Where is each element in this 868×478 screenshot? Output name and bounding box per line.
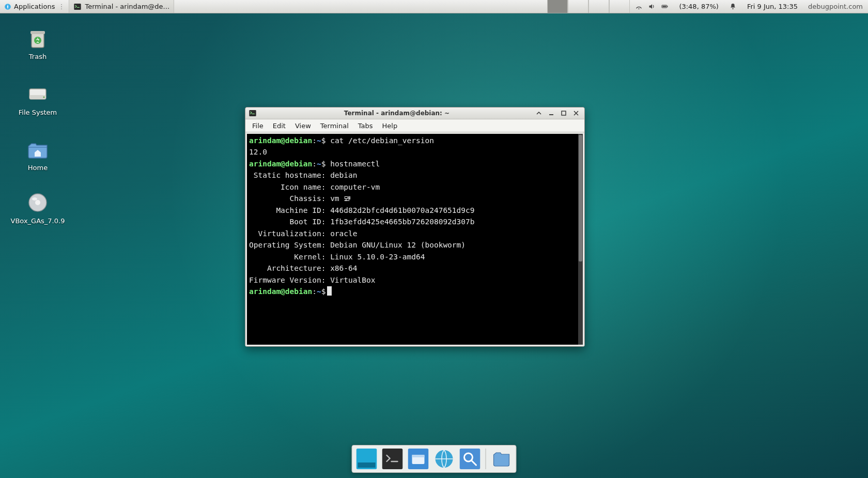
desktop-wallpaper[interactable]: Applications ⋮ Terminal - arindam@de... …: [0, 0, 868, 478]
dock-files[interactable]: [490, 448, 513, 470]
svg-rect-21: [382, 449, 403, 469]
terminal-menubar: File Edit View Terminal Tabs Help: [245, 119, 584, 132]
terminal-window[interactable]: Terminal - arindam@debian: ~ File Edit V…: [245, 107, 585, 347]
svg-point-12: [43, 97, 45, 98]
applications-menu-label: Applications: [14, 3, 55, 10]
window-minimize-button[interactable]: [546, 109, 556, 118]
desktop-icon-label: File System: [9, 109, 66, 117]
svg-point-2: [639, 8, 640, 9]
svg-rect-24: [412, 455, 425, 457]
svg-point-6: [732, 8, 733, 9]
taskbar-item-terminal[interactable]: Terminal - arindam@de...: [69, 0, 174, 13]
desktop-icon-home[interactable]: Home: [9, 137, 66, 172]
menu-file[interactable]: File: [247, 120, 268, 131]
network-icon[interactable]: [635, 3, 643, 10]
panel-clock[interactable]: Fri 9 Jun, 13:35: [742, 3, 803, 10]
desktop-icon-label: Trash: [9, 53, 66, 61]
workspace-2[interactable]: [568, 0, 588, 13]
svg-point-15: [32, 197, 37, 201]
workspace-4[interactable]: [609, 0, 630, 13]
dock-panel: [352, 445, 517, 473]
window-maximize-button[interactable]: [559, 109, 569, 118]
workspace-3[interactable]: [588, 0, 609, 13]
watermark-text: debugpoint.com: [803, 3, 868, 10]
desktop-icon-label: VBox_GAs_7.0.9: [9, 217, 66, 225]
window-title: Terminal - arindam@debian: ~: [260, 110, 534, 117]
svg-rect-26: [460, 449, 481, 469]
workspace-1[interactable]: [547, 0, 568, 13]
desktop-icon-label: Home: [9, 164, 66, 172]
dock-terminal[interactable]: [381, 448, 404, 470]
applications-menu-button[interactable]: Applications ⋮: [0, 0, 69, 13]
dock-show-desktop[interactable]: [355, 448, 378, 470]
terminal-cursor: [327, 286, 332, 296]
menu-view[interactable]: View: [290, 120, 316, 131]
battery-icon[interactable]: [661, 3, 669, 10]
desktop-icon-trash[interactable]: Trash: [9, 26, 66, 61]
svg-rect-16: [249, 110, 256, 116]
window-close-button[interactable]: [571, 109, 581, 118]
svg-rect-5: [663, 6, 667, 7]
dock-file-manager[interactable]: [407, 448, 430, 470]
svg-rect-8: [30, 31, 45, 34]
menu-help[interactable]: Help: [378, 120, 402, 131]
terminal-scrollbar[interactable]: [578, 134, 583, 345]
dock-web-browser[interactable]: [433, 448, 456, 470]
dock-app-finder[interactable]: [459, 448, 482, 470]
dock-separator: [486, 449, 486, 469]
svg-point-14: [35, 200, 40, 205]
svg-rect-20: [358, 462, 376, 468]
terminal-output[interactable]: arindam@debian:~$ cat /etc/debian_versio…: [247, 134, 583, 345]
taskbar-item-label: Terminal - arindam@de...: [85, 3, 169, 10]
window-shade-button[interactable]: [534, 109, 544, 118]
svg-rect-1: [74, 4, 81, 10]
menu-tabs[interactable]: Tabs: [353, 120, 378, 131]
menu-edit[interactable]: Edit: [268, 120, 290, 131]
volume-icon[interactable]: [648, 3, 656, 10]
top-panel: Applications ⋮ Terminal - arindam@de... …: [0, 0, 868, 13]
desktop-icon-filesystem[interactable]: File System: [9, 82, 66, 117]
desktop-icon-vbox-gas[interactable]: VBox_GAs_7.0.9: [9, 190, 66, 225]
window-titlebar[interactable]: Terminal - arindam@debian: ~: [245, 107, 584, 119]
svg-rect-4: [668, 6, 668, 7]
terminal-icon: [249, 109, 257, 117]
svg-rect-17: [549, 114, 553, 115]
menu-terminal[interactable]: Terminal: [316, 120, 353, 131]
battery-text[interactable]: (3:48, 87%): [674, 3, 724, 10]
notifications-icon[interactable]: [729, 3, 737, 10]
svg-rect-18: [562, 111, 566, 115]
